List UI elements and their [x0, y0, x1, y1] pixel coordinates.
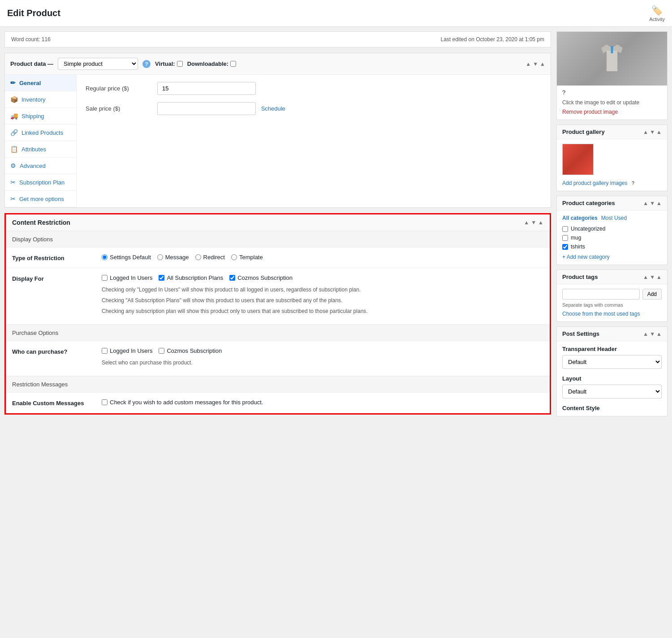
enable-custom-content: Check if you wish to add custom messages… — [102, 399, 543, 407]
cr-arrow-down[interactable]: ▼ — [531, 219, 536, 226]
all-subscription-option[interactable]: All Subscription Plans — [159, 274, 223, 281]
sidebar-item-more[interactable]: ✂ Get more options — [5, 191, 76, 207]
gallery-arrow-down[interactable]: ▼ — [650, 129, 655, 135]
tags-most-used-link[interactable]: Choose from the most used tags — [562, 311, 640, 317]
downloadable-checkbox[interactable] — [230, 61, 236, 67]
sidebar-item-attributes[interactable]: 📋 Attributes — [5, 141, 76, 158]
activity-label: Activity — [649, 17, 665, 22]
tags-input[interactable] — [562, 289, 640, 300]
settings-default-option[interactable]: Settings Default — [102, 254, 151, 261]
sidebar-item-general[interactable]: ✏ General — [5, 75, 76, 91]
settings-default-radio[interactable] — [102, 254, 108, 260]
content-restriction-arrows[interactable]: ▲ ▼ ▲ — [524, 219, 543, 226]
post-settings-arrows[interactable]: ▲ ▼ ▲ — [643, 331, 662, 337]
cozmos-subscription-option[interactable]: Cozmos Subscription — [229, 274, 293, 281]
sale-price-field: Schedule — [157, 102, 542, 115]
pur-logged-in-checkbox[interactable] — [102, 348, 108, 354]
message-radio[interactable] — [157, 254, 163, 260]
ps-arrow-up[interactable]: ▲ — [643, 331, 648, 337]
tags-arrow-expand[interactable]: ▲ — [656, 274, 662, 280]
type-restriction-label: Type of Restriction — [12, 254, 93, 261]
post-settings-box: Post Settings ▲ ▼ ▲ Transparent Header D… — [556, 326, 668, 416]
purchase-options-section: Purchase Options Who can purchase? Logge… — [6, 325, 550, 376]
restriction-type-group: Settings Default Message Redirect — [102, 254, 543, 261]
arrow-up-icon[interactable]: ▲ — [526, 61, 531, 67]
tags-content: Add Separate tags with commas Choose fro… — [557, 284, 667, 321]
layout-select[interactable]: Default Full Width Boxed — [562, 385, 662, 398]
cr-arrow-expand[interactable]: ▲ — [538, 219, 543, 226]
message-option[interactable]: Message — [157, 254, 189, 261]
cozmos-subscription-checkbox[interactable] — [229, 275, 235, 281]
enable-custom-checkbox[interactable] — [102, 399, 108, 405]
cr-arrow-up[interactable]: ▲ — [524, 219, 529, 226]
transparent-header-select[interactable]: Default Yes No — [562, 355, 662, 369]
logged-in-checkbox[interactable] — [102, 275, 108, 281]
sidebar-item-advanced[interactable]: ⚙ Advanced — [5, 158, 76, 174]
display-info-1: Checking only "Logged In Users" will sho… — [102, 286, 543, 294]
add-gallery-link[interactable]: Add product gallery images — [562, 180, 627, 186]
ps-arrow-down[interactable]: ▼ — [650, 331, 655, 337]
cat-tshirts-checkbox[interactable] — [562, 244, 568, 250]
gallery-arrow-up[interactable]: ▲ — [643, 129, 648, 135]
cat-arrow-expand[interactable]: ▲ — [656, 200, 662, 206]
cat-uncategorized-label: Uncategorized — [571, 226, 605, 232]
sale-price-input[interactable] — [157, 102, 256, 115]
activity-button[interactable]: 🏷️ Activity — [649, 5, 665, 22]
sale-price-label: Sale price ($) — [86, 105, 157, 112]
arrow-down-icon[interactable]: ▼ — [533, 61, 538, 67]
tags-add-button[interactable]: Add — [642, 289, 662, 300]
categories-list: Uncategorized mug tshirts — [562, 226, 662, 250]
cat-arrow-up[interactable]: ▲ — [643, 200, 648, 206]
product-data-label: Product data — — [10, 60, 53, 67]
tags-most-used: Choose from the most used tags — [562, 310, 662, 317]
sidebar-item-shipping[interactable]: 🚚 Shipping — [5, 108, 76, 124]
enable-custom-checkbox-label: Check if you wish to add custom messages… — [110, 399, 263, 406]
cat-arrow-down[interactable]: ▼ — [650, 200, 655, 206]
sidebar-item-linked[interactable]: 🔗 Linked Products — [5, 124, 76, 141]
product-data-content: Regular price ($) Sale price ($) Schedul… — [77, 75, 551, 207]
sidebar-item-subscription[interactable]: ✂ Subscription Plan — [5, 174, 76, 191]
cat-tshirts-label: tshirts — [571, 244, 585, 250]
display-options-title: Display Options — [6, 231, 550, 248]
cat-tab-all[interactable]: All categories — [562, 215, 598, 221]
remove-image-link[interactable]: Remove product image — [562, 109, 618, 115]
gallery-arrow-expand[interactable]: ▲ — [656, 129, 662, 135]
template-radio[interactable] — [231, 254, 237, 260]
template-label: Template — [239, 254, 263, 261]
add-gallery-link-row: Add product gallery images ? — [557, 180, 667, 191]
gallery-help-icon[interactable]: ? — [632, 180, 634, 186]
categories-content: All categories Most Used Uncategorized m… — [557, 210, 667, 265]
sidebar-item-inventory[interactable]: 📦 Inventory — [5, 91, 76, 108]
gallery-image-1[interactable] — [562, 144, 594, 175]
redirect-option[interactable]: Redirect — [195, 254, 225, 261]
product-type-help-icon[interactable]: ? — [142, 60, 151, 68]
pur-logged-in-option[interactable]: Logged In Users — [102, 347, 152, 354]
tags-arrow-up[interactable]: ▲ — [643, 274, 648, 280]
enable-custom-option[interactable]: Check if you wish to add custom messages… — [102, 399, 543, 406]
categories-arrows[interactable]: ▲ ▼ ▲ — [643, 200, 662, 206]
gallery-arrows[interactable]: ▲ ▼ ▲ — [643, 129, 662, 135]
product-image-placeholder[interactable] — [557, 32, 667, 86]
all-subscription-checkbox[interactable] — [159, 275, 164, 281]
redirect-radio[interactable] — [195, 254, 201, 260]
regular-price-input[interactable] — [157, 82, 256, 95]
add-category-link[interactable]: + Add new category — [562, 254, 610, 260]
pur-cozmos-option[interactable]: Cozmos Subscription — [159, 347, 222, 354]
arrow-expand-icon[interactable]: ▲ — [540, 61, 545, 67]
ps-arrow-expand[interactable]: ▲ — [656, 331, 662, 337]
image-help-icon[interactable]: ? — [562, 89, 565, 96]
schedule-link[interactable]: Schedule — [261, 105, 285, 112]
page-title: Edit Product — [7, 8, 60, 18]
product-type-select[interactable]: Simple product Grouped product External/… — [58, 58, 138, 70]
tags-separate-text: Separate tags with commas — [562, 302, 662, 308]
logged-in-option[interactable]: Logged In Users — [102, 274, 152, 281]
cat-tab-most-used[interactable]: Most Used — [601, 215, 627, 221]
tags-arrow-down[interactable]: ▼ — [650, 274, 655, 280]
cat-uncategorized-checkbox[interactable] — [562, 226, 568, 232]
pur-cozmos-checkbox[interactable] — [159, 348, 164, 354]
virtual-checkbox[interactable] — [177, 61, 183, 67]
product-data-arrows[interactable]: ▲ ▼ ▲ — [526, 61, 545, 67]
cat-mug-checkbox[interactable] — [562, 235, 568, 241]
tags-arrows[interactable]: ▲ ▼ ▲ — [643, 274, 662, 280]
template-option[interactable]: Template — [231, 254, 263, 261]
